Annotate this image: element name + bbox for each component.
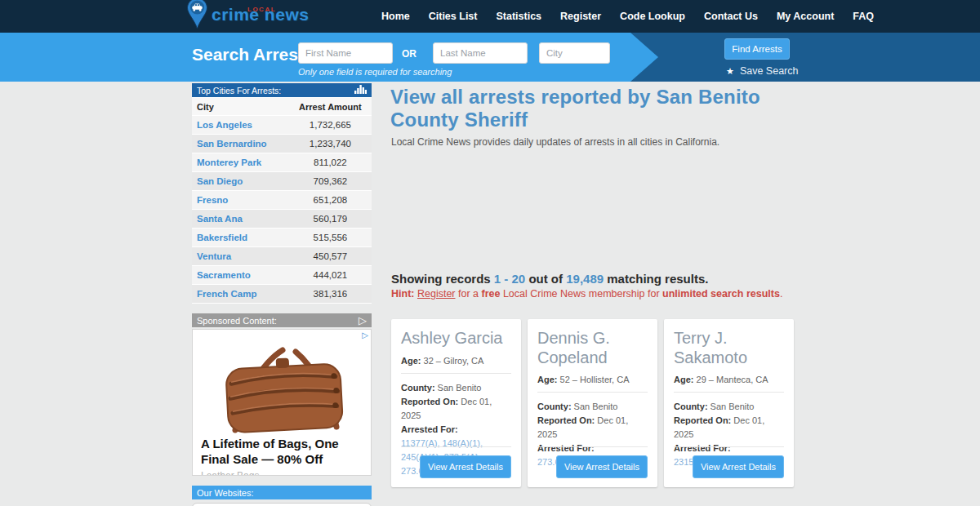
arrested-for-label: Arrested For: [401, 424, 458, 434]
nav-home[interactable]: Home [381, 11, 410, 22]
age-location: 32 – Gilroy, CA [424, 356, 484, 366]
or-label: OR [402, 48, 416, 60]
table-row: San Bernardino1,233,740 [192, 135, 372, 153]
page-title: View all arrests reported by San Benito … [384, 82, 800, 131]
table-row: Sacramento444,021 [192, 266, 372, 284]
nav-my-account[interactable]: My Account [777, 11, 834, 22]
adchoices-corner-icon[interactable]: ▷ [362, 331, 368, 340]
table-row: Bakersfield515,556 [192, 229, 372, 246]
col-header-city: City [192, 98, 289, 115]
table-row: Fresno651,208 [192, 191, 372, 209]
adchoices-icon[interactable]: ▷ [359, 315, 367, 326]
sponsored-content-label: Sponsored Content: [197, 316, 277, 326]
arrest-amount: 444,021 [289, 266, 372, 284]
sponsored-ad[interactable]: ▷ A Lifetime of Bags, O [192, 329, 372, 476]
view-arrest-details-button[interactable]: View Arrest Details [420, 455, 511, 478]
our-websites-box [192, 503, 372, 506]
site-logo[interactable]: LOCAL crime news [186, 0, 309, 33]
nav-contact-us[interactable]: Contact Us [704, 11, 758, 22]
nav-menu: Home Cities List Statistics Register Cod… [381, 0, 874, 33]
our-websites-label: Our Websites: [197, 488, 254, 498]
page-body: Top Cities For Arrests: City Arrest Amou… [0, 82, 980, 506]
table-row: Los Angeles1,732,665 [192, 116, 372, 134]
city-link[interactable]: French Camp [192, 285, 289, 303]
register-link[interactable]: Register [417, 288, 456, 300]
county-label: County: [401, 383, 435, 393]
top-navigation: LOCAL crime news Home Cities List Statis… [0, 0, 980, 33]
reported-on-label: Reported On: [401, 397, 458, 406]
first-name-input[interactable] [298, 42, 393, 64]
arrestee-name[interactable]: Ashley Garcia [401, 329, 511, 348]
arrestee-name[interactable]: Terry J. Sakamoto [674, 329, 784, 367]
top-cities-table: City Arrest Amount Los Angeles1,732,665 … [192, 97, 372, 304]
register-hint-line: Hint: Register for a free Local Crime Ne… [391, 288, 800, 300]
save-search-link[interactable]: ★ Save Search [726, 65, 798, 77]
city-link[interactable]: Sacramento [192, 266, 289, 284]
nav-statistics[interactable]: Statistics [496, 11, 541, 22]
table-row: Ventura450,577 [192, 247, 372, 265]
reported-on-label: Reported On: [537, 415, 595, 425]
age-location: 52 – Hollister, CA [560, 375, 630, 384]
age-label: Age: [401, 356, 421, 366]
city-link[interactable]: Los Angeles [192, 116, 289, 134]
ad-headline[interactable]: A Lifetime of Bags, One Final Sale — 80%… [201, 437, 363, 468]
results-total: 19,489 [566, 272, 604, 286]
city-link[interactable]: San Diego [192, 172, 289, 190]
city-link[interactable]: Bakersfield [192, 229, 289, 246]
city-link[interactable]: Fresno [192, 191, 289, 209]
view-arrest-details-button[interactable]: View Arrest Details [693, 455, 784, 478]
top-cities-header-label: Top Cities For Arrests: [197, 86, 281, 95]
table-row: San Diego709,362 [192, 172, 372, 190]
logo-local-text: LOCAL [247, 6, 276, 13]
our-websites-header: Our Websites: [192, 486, 372, 499]
arrest-card: Terry J. Sakamoto Age: 29 – Manteca, CA … [664, 319, 794, 487]
nav-register[interactable]: Register [560, 11, 601, 22]
city-input[interactable] [539, 42, 610, 64]
age-label: Age: [674, 375, 693, 384]
table-row: French Camp381,316 [192, 285, 372, 303]
reported-on-label: Reported On: [674, 415, 731, 425]
search-arrests-title: Search Arrests [192, 45, 314, 64]
county-value: San Benito [574, 402, 618, 411]
nav-code-lookup[interactable]: Code Lookup [620, 11, 685, 22]
table-row: Monterey Park811,022 [192, 153, 372, 171]
col-header-arrest-amount: Arrest Amount [289, 98, 372, 115]
star-icon: ★ [726, 66, 734, 77]
map-pin-car-icon [186, 0, 208, 33]
arrest-amount: 1,732,665 [289, 116, 372, 134]
view-arrest-details-button[interactable]: View Arrest Details [556, 455, 648, 478]
last-name-input[interactable] [433, 42, 528, 64]
arrest-card: Ashley Garcia Age: 32 – Gilroy, CA Count… [391, 319, 521, 487]
results-suffix: matching results. [604, 272, 708, 286]
county-value: San Benito [438, 383, 482, 393]
arrest-amount: 560,179 [289, 210, 372, 228]
sidebar: Top Cities For Arrests: City Arrest Amou… [192, 83, 372, 506]
table-row: Santa Ana560,179 [192, 210, 372, 228]
results-range: 1 - 20 [494, 272, 525, 286]
ad-advertiser: Leather Bags [201, 470, 363, 477]
age-location: 29 – Manteca, CA [697, 375, 768, 384]
nav-faq[interactable]: FAQ [853, 11, 874, 22]
city-link[interactable]: Monterey Park [192, 153, 289, 171]
county-value: San Benito [710, 402, 755, 411]
city-link[interactable]: Ventura [192, 247, 289, 265]
arrest-amount: 811,022 [289, 153, 372, 171]
save-search-label: Save Search [740, 65, 799, 77]
arrest-amount: 515,556 [289, 229, 372, 246]
city-link[interactable]: Santa Ana [192, 210, 289, 228]
find-arrests-button[interactable]: Find Arrests [724, 38, 790, 60]
page-subtitle: Local Crime News provides daily updates … [384, 131, 800, 148]
age-label: Age: [537, 375, 557, 384]
county-label: County: [674, 402, 708, 411]
arrest-cards: Ashley Garcia Age: 32 – Gilroy, CA Count… [391, 319, 794, 487]
main-content: View all arrests reported by San Benito … [384, 82, 800, 148]
search-requirement-note: Only one field is required for searching [298, 67, 452, 77]
arrest-amount: 381,316 [289, 285, 372, 303]
arrestee-name[interactable]: Dennis G. Copeland [537, 329, 648, 367]
sponsored-content-header: Sponsored Content: ▷ [192, 313, 372, 327]
results-prefix: Showing records [391, 272, 494, 286]
nav-cities-list[interactable]: Cities List [429, 11, 478, 22]
city-link[interactable]: San Bernardino [192, 135, 289, 153]
arrest-amount: 709,362 [289, 172, 372, 190]
handbag-ad-image [204, 339, 359, 433]
